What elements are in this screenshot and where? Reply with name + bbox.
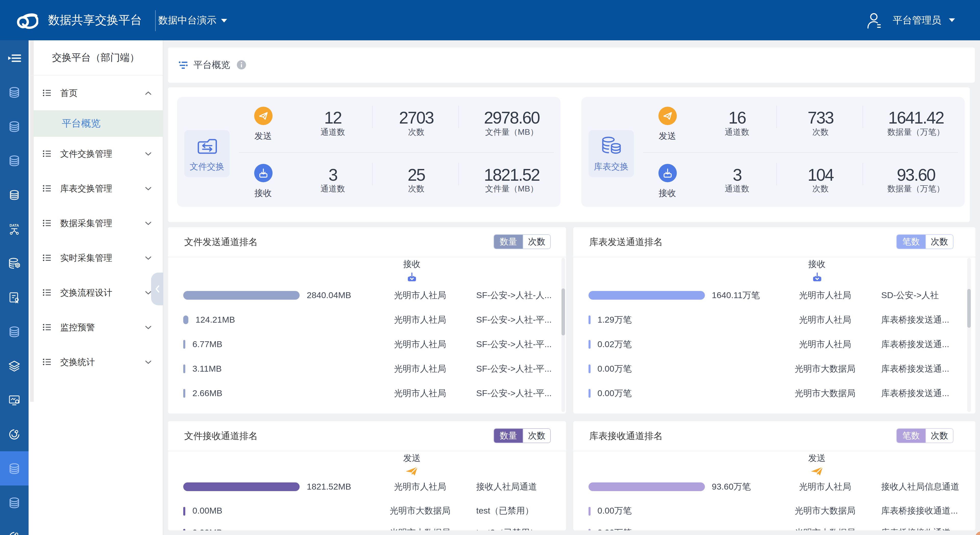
svg-text:DATA: DATA [10, 223, 19, 227]
